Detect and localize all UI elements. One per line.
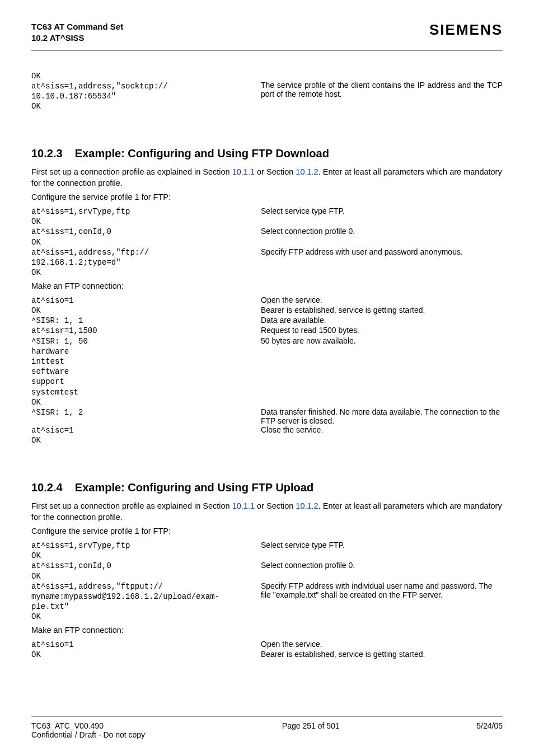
table-row: at^siss=1,srvType,ftpSelect service type… — [31, 206, 503, 217]
section-1024-title: Example: Configuring and Using FTP Uploa… — [75, 481, 313, 494]
table-row: at^siss=1,conId,0Select connection profi… — [31, 561, 503, 571]
section-1023-para2: Configure the service profile 1 for FTP: — [31, 192, 503, 203]
desc-cell: Data transfer finished. No more data ava… — [261, 407, 503, 425]
section-1023-heading: 10.2.3 Example: Configuring and Using FT… — [31, 147, 503, 160]
table-row: inttest — [31, 356, 503, 367]
section-1023-connect-table: at^siso=1Open the service.OKBearer is es… — [31, 295, 503, 445]
link-1012b[interactable]: 10.1.2 — [296, 501, 318, 510]
table-row: OK — [31, 237, 503, 247]
table-row: at^sisc=1Close the service. — [31, 425, 503, 435]
footer-page: Page 251 of 501 — [145, 721, 476, 739]
table-row: at^siso=1Open the service. — [31, 640, 503, 650]
code-cell: OK — [31, 217, 255, 227]
header-title-line2: 10.2 AT^SISS — [31, 32, 123, 44]
table-row: at^siss=1,srvType,ftpSelect service type… — [31, 541, 503, 551]
code-cell: at^siss=1,srvType,ftp — [31, 541, 255, 551]
table-row: OK — [31, 571, 503, 581]
code-cell: systemtest — [31, 387, 255, 397]
code-cell: at^siss=1,address,"ftpput:// myname:mypa… — [31, 581, 255, 612]
code-cell: ^SISR: 1, 1 — [31, 316, 255, 326]
section-1024-para3: Make an FTP connection: — [31, 625, 503, 636]
code-cell: ^SISR: 1, 50 — [31, 336, 255, 346]
table-row: ^SISR: 1, 2Data transfer finished. No mo… — [31, 407, 503, 425]
page-header: TC63 AT Command Set 10.2 AT^SISS SIEMENS — [31, 21, 503, 51]
code-cell: at^siso=1 — [31, 640, 255, 650]
table-row: at^siss=1,address,"ftpput:// myname:mypa… — [31, 581, 503, 612]
table-row: OKBearer is established, service is gett… — [31, 650, 503, 660]
code-cell: OK — [31, 571, 255, 581]
desc-cell: Close the service. — [261, 425, 503, 434]
table-row: at^sisr=1,1500Request to read 1500 bytes… — [31, 326, 503, 336]
table-row: ^SISR: 1, 5050 bytes are now available. — [31, 336, 503, 346]
desc-cell: Data are available. — [261, 316, 503, 325]
table-row: software — [31, 367, 503, 377]
link-1011b[interactable]: 10.1.1 — [232, 501, 255, 510]
footer-left: TC63_ATC_V00.490 Confidential / Draft - … — [31, 721, 145, 739]
code-cell: at^sisr=1,1500 — [31, 326, 255, 336]
footer-confidential: Confidential / Draft - Do not copy — [31, 730, 145, 739]
table-row: systemtest — [31, 387, 503, 397]
section-1023-para1: First set up a connection profile as exp… — [31, 167, 503, 189]
code-cell: OK — [31, 612, 255, 622]
code-cell: support — [31, 377, 255, 387]
desc-cell: Specify FTP address with individual user… — [261, 581, 503, 599]
table-row: at^siss=1,conId,0Select connection profi… — [31, 227, 503, 237]
table-row: OK — [31, 612, 503, 622]
code-cell: OK — [31, 237, 255, 247]
page-footer: TC63_ATC_V00.490 Confidential / Draft - … — [31, 716, 503, 739]
table-row: OK — [31, 435, 503, 445]
table-row: OK — [31, 397, 503, 407]
table-row: ^SISR: 1, 1Data are available. — [31, 316, 503, 326]
code-cell: at^siss=1,conId,0 — [31, 227, 255, 237]
code-cell: OK — [31, 650, 255, 660]
intro-block: OK at^siss=1,address,"socktcp:// 10.10.0… — [31, 71, 503, 112]
code-cell: at^siss=1,conId,0 — [31, 561, 255, 571]
section-1023-para3: Make an FTP connection: — [31, 281, 503, 292]
intro-desc: The service profile of the client contai… — [261, 71, 503, 98]
intro-code: OK at^siss=1,address,"socktcp:// 10.10.0… — [31, 71, 255, 112]
code-cell: software — [31, 367, 255, 377]
footer-date: 5/24/05 — [476, 721, 503, 739]
code-cell: at^siss=1,address,"ftp:// 192.168.1.2;ty… — [31, 247, 255, 267]
table-row: OKBearer is established, service is gett… — [31, 306, 503, 316]
table-row: at^siso=1Open the service. — [31, 295, 503, 306]
code-cell: at^siss=1,srvType,ftp — [31, 206, 255, 217]
code-cell: OK — [31, 435, 255, 445]
link-1012a[interactable]: 10.1.2 — [296, 167, 318, 176]
desc-cell: Select connection profile 0. — [261, 561, 503, 570]
table-row: hardware — [31, 346, 503, 356]
code-cell: at^siso=1 — [31, 295, 255, 306]
table-row: support — [31, 377, 503, 387]
code-cell: OK — [31, 267, 255, 278]
code-cell: inttest — [31, 356, 255, 367]
desc-cell: Select service type FTP. — [261, 541, 503, 550]
siemens-logo: SIEMENS — [429, 21, 503, 39]
table-row: OK — [31, 267, 503, 278]
code-cell: ^SISR: 1, 2 — [31, 407, 255, 417]
desc-cell: Open the service. — [261, 295, 503, 304]
desc-cell: Bearer is established, service is gettin… — [261, 650, 503, 659]
section-1024-number: 10.2.4 — [31, 481, 63, 494]
code-cell: hardware — [31, 346, 255, 356]
section-1024-config-table: at^siss=1,srvType,ftpSelect service type… — [31, 541, 503, 622]
code-cell: OK — [31, 306, 255, 316]
table-row: OK — [31, 551, 503, 561]
section-1023-title: Example: Configuring and Using FTP Downl… — [75, 147, 329, 159]
header-title: TC63 AT Command Set 10.2 AT^SISS — [31, 21, 123, 44]
desc-cell: Bearer is established, service is gettin… — [261, 306, 503, 314]
desc-cell: 50 bytes are now available. — [261, 336, 503, 345]
footer-version: TC63_ATC_V00.490 — [31, 721, 145, 730]
table-row: OK — [31, 217, 503, 227]
section-1024-para2: Configure the service profile 1 for FTP: — [31, 526, 503, 537]
code-cell: at^sisc=1 — [31, 425, 255, 435]
section-1023-config-table: at^siss=1,srvType,ftpSelect service type… — [31, 206, 503, 278]
code-cell: OK — [31, 551, 255, 561]
desc-cell: Open the service. — [261, 640, 503, 649]
section-1024-heading: 10.2.4 Example: Configuring and Using FT… — [31, 481, 503, 494]
section-1024-para1: First set up a connection profile as exp… — [31, 501, 503, 523]
table-row: at^siss=1,address,"ftp:// 192.168.1.2;ty… — [31, 247, 503, 267]
desc-cell: Specify FTP address with user and passwo… — [261, 247, 503, 256]
desc-cell: Request to read 1500 bytes. — [261, 326, 503, 335]
section-1024-connect-table: at^siso=1Open the service.OKBearer is es… — [31, 640, 503, 660]
link-1011a[interactable]: 10.1.1 — [232, 167, 255, 176]
